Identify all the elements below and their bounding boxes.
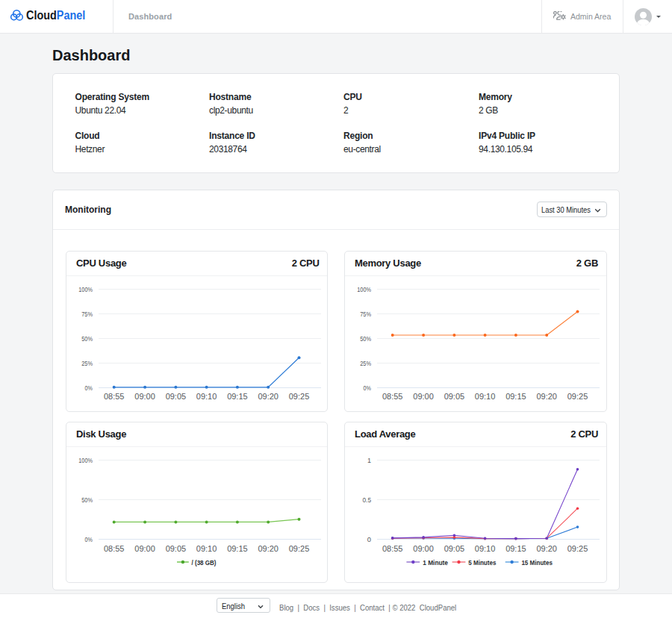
- svg-text:09:10: 09:10: [196, 545, 217, 553]
- svg-text:08:55: 08:55: [104, 545, 125, 553]
- svg-text:09:10: 09:10: [475, 393, 496, 401]
- svg-text:08:55: 08:55: [382, 545, 403, 553]
- svg-text:08:55: 08:55: [104, 393, 125, 401]
- svg-text:09:20: 09:20: [536, 393, 557, 401]
- svg-text:100%: 100%: [78, 457, 93, 464]
- svg-text:09:15: 09:15: [227, 545, 248, 553]
- svg-text:09:05: 09:05: [444, 393, 465, 401]
- svg-text:09:10: 09:10: [196, 393, 217, 401]
- svg-text:09:20: 09:20: [258, 545, 279, 553]
- svg-text:50%: 50%: [81, 496, 93, 504]
- svg-text:0%: 0%: [85, 384, 93, 392]
- svg-text:09:00: 09:00: [134, 545, 155, 553]
- svg-text:09:00: 09:00: [134, 393, 155, 401]
- svg-text:75%: 75%: [81, 310, 93, 318]
- svg-text:09:00: 09:00: [413, 545, 434, 553]
- svg-text:50%: 50%: [81, 335, 93, 343]
- svg-text:09:25: 09:25: [567, 545, 588, 553]
- svg-text:09:25: 09:25: [289, 393, 310, 401]
- svg-text:25%: 25%: [360, 360, 371, 367]
- svg-text:09:25: 09:25: [567, 393, 588, 401]
- svg-text:09:05: 09:05: [166, 393, 187, 401]
- svg-text:100%: 100%: [78, 286, 93, 293]
- svg-text:08:55: 08:55: [382, 393, 403, 401]
- svg-text:09:20: 09:20: [536, 545, 557, 553]
- svg-text:09:15: 09:15: [227, 393, 248, 401]
- svg-text:0%: 0%: [364, 384, 371, 392]
- svg-text:15 Minutes: 15 Minutes: [521, 558, 553, 566]
- svg-text:100%: 100%: [357, 286, 371, 293]
- svg-text:50%: 50%: [360, 335, 371, 343]
- svg-text:25%: 25%: [81, 360, 93, 367]
- svg-text:09:15: 09:15: [505, 545, 526, 553]
- svg-text:/ (38 GB): / (38 GB): [192, 558, 217, 566]
- svg-text:1: 1: [367, 457, 371, 464]
- svg-text:09:10: 09:10: [475, 545, 496, 553]
- svg-text:5 Minutes: 5 Minutes: [468, 558, 497, 566]
- svg-text:09:25: 09:25: [289, 545, 310, 553]
- svg-text:1 Minute: 1 Minute: [423, 558, 448, 566]
- svg-text:0: 0: [367, 536, 371, 543]
- svg-text:0.5: 0.5: [363, 496, 372, 504]
- svg-text:75%: 75%: [360, 310, 371, 318]
- svg-text:09:20: 09:20: [258, 393, 279, 401]
- svg-text:0%: 0%: [85, 536, 93, 543]
- svg-text:09:05: 09:05: [444, 545, 465, 553]
- svg-text:09:15: 09:15: [505, 393, 526, 401]
- svg-text:09:00: 09:00: [413, 393, 434, 401]
- svg-text:09:05: 09:05: [166, 545, 187, 553]
